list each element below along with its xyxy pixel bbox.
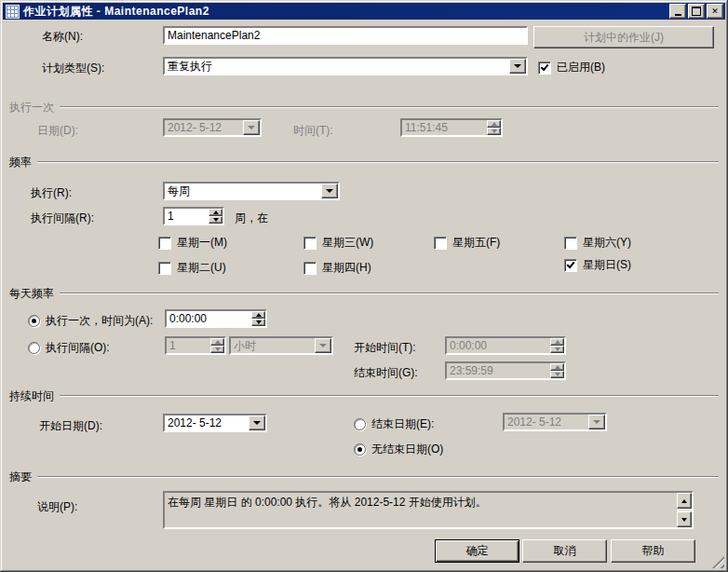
scroll-up-button[interactable] (677, 493, 692, 509)
resize-grip[interactable] (712, 556, 724, 568)
spin-down-button[interactable] (251, 319, 265, 326)
minimize-button[interactable] (669, 4, 686, 19)
group-duration: 持续时间 (9, 389, 719, 402)
close-button[interactable]: ✕ (707, 4, 723, 19)
no-end-date-radio-circle[interactable] (354, 443, 366, 456)
occurs-every-unit-value: 小时 (231, 338, 315, 353)
spin-down-button[interactable] (210, 346, 224, 353)
recurs-weeks-value: 1 (165, 209, 209, 224)
window-controls: ✕ (667, 4, 725, 19)
daily-frequency-header: 每天频率 (9, 286, 54, 302)
weekday-sunday-checkbox[interactable]: 星期日(S) (564, 257, 631, 273)
description-box[interactable]: 在每周 星期日 的 0:00:00 执行。将从 2012-5-12 开始使用计划… (163, 491, 694, 529)
weekday-wednesday-checkbox[interactable]: 星期三(W) (303, 235, 373, 251)
spin-up-button[interactable] (209, 209, 222, 216)
recurs-every-label: 执行间隔(R): (31, 211, 94, 226)
up-arrow-icon (213, 211, 219, 214)
recurs-weeks-spinner[interactable]: 1 (163, 207, 224, 225)
spin-up-button[interactable] (210, 338, 224, 346)
weekday-thursday-box[interactable] (303, 262, 317, 275)
start-date-select[interactable]: 2012- 5-12 (163, 414, 267, 432)
occurs-once-time-spinner[interactable]: 0:00:00 (165, 309, 267, 328)
weekday-monday-box[interactable] (158, 237, 171, 250)
window-title: 作业计划属性 - MaintenancePlan2 (23, 4, 209, 20)
occurs-once-time-value: 0:00:00 (167, 311, 251, 326)
help-button[interactable]: 帮助 (611, 539, 695, 563)
weekday-friday-checkbox[interactable]: 星期五(F) (434, 235, 500, 251)
weekday-friday-box[interactable] (434, 237, 447, 250)
spin-down-button[interactable] (550, 371, 564, 378)
end-date-radio-circle[interactable] (354, 418, 366, 430)
up-arrow-icon (256, 313, 262, 317)
jobs-in-schedule-button[interactable]: 计划中的作业(J) (533, 26, 714, 48)
dropdown-arrow-icon (319, 344, 327, 347)
end-date-radio[interactable]: 结束日期(E): (354, 416, 434, 432)
weekday-thursday-checkbox[interactable]: 星期四(H) (303, 260, 371, 276)
one-time-time-value: 11:51:45 (402, 120, 487, 135)
occurs-once-radio-circle[interactable] (28, 315, 40, 327)
chevron-down-icon[interactable] (243, 120, 260, 135)
occurs-every-unit-select[interactable]: 小时 (229, 336, 333, 355)
group-daily-frequency: 每天频率 (9, 287, 719, 300)
weekday-tuesday-box[interactable] (158, 262, 171, 275)
schedule-type-select[interactable]: 重复执行 (163, 57, 528, 75)
end-date-select[interactable]: 2012- 5-12 (503, 413, 607, 431)
weekday-thursday-label: 星期四(H) (322, 260, 371, 276)
name-input[interactable]: MaintenancePlan2 (163, 26, 528, 45)
recurs-every-suffix: 周，在 (235, 211, 268, 226)
up-arrow-icon (215, 340, 221, 344)
down-arrow-icon (492, 129, 497, 133)
occurs-every-radio[interactable]: 执行间隔(O): (28, 340, 110, 356)
spin-up-button[interactable] (251, 311, 265, 319)
dropdown-arrow-icon (248, 126, 255, 129)
down-arrow-icon (681, 518, 687, 522)
occurs-once-radio[interactable]: 执行一次，时间为(A): (28, 313, 153, 329)
up-arrow-icon (492, 122, 497, 126)
ok-button[interactable]: 确定 (435, 539, 519, 563)
starting-time-spinner[interactable]: 0:00:00 (445, 336, 566, 355)
occurs-every-radio-circle[interactable] (28, 342, 40, 354)
chevron-down-icon[interactable] (315, 338, 331, 353)
weekday-monday-label: 星期一(M) (177, 235, 227, 251)
occurs-every-label: 执行间隔(O): (46, 340, 110, 356)
chevron-down-icon[interactable] (509, 59, 526, 74)
occurs-every-value-spinner[interactable]: 1 (165, 336, 226, 355)
one-time-time-spinner[interactable]: 11:51:45 (400, 118, 503, 137)
spin-down-button[interactable] (209, 216, 222, 224)
chevron-down-icon[interactable] (249, 415, 265, 430)
spin-down-button[interactable] (487, 128, 501, 135)
dropdown-arrow-icon (253, 421, 261, 425)
no-end-date-radio[interactable]: 无结束日期(O) (354, 442, 443, 457)
divider (60, 395, 719, 397)
ending-time-spinner[interactable]: 23:59:59 (445, 361, 566, 380)
maximize-icon (692, 7, 701, 16)
weekday-saturday-box[interactable] (564, 237, 577, 250)
enabled-checkbox[interactable]: 已启用(B) (538, 60, 605, 75)
down-arrow-icon (555, 373, 560, 376)
weekday-wednesday-label: 星期三(W) (322, 235, 373, 251)
chevron-down-icon[interactable] (321, 184, 338, 198)
duration-header: 持续时间 (9, 388, 54, 404)
one-time-date-select[interactable]: 2012- 5-12 (163, 118, 262, 137)
spin-down-button[interactable] (550, 346, 564, 353)
weekday-monday-checkbox[interactable]: 星期一(M) (158, 235, 227, 251)
spin-up-button[interactable] (550, 338, 564, 346)
maximize-button[interactable] (688, 4, 705, 19)
description-label: 说明(P): (37, 499, 77, 515)
scroll-down-button[interactable] (677, 511, 692, 527)
chevron-down-icon[interactable] (588, 415, 605, 429)
cancel-button[interactable]: 取消 (522, 539, 607, 563)
enabled-checkbox-box[interactable] (538, 61, 551, 75)
weekday-tuesday-label: 星期二(U) (177, 260, 226, 276)
spin-up-button[interactable] (487, 120, 501, 128)
occurs-select[interactable]: 每周 (163, 182, 340, 200)
weekday-tuesday-checkbox[interactable]: 星期二(U) (158, 260, 226, 276)
down-arrow-icon (213, 218, 219, 222)
titlebar[interactable]: 作业计划属性 - MaintenancePlan2 ✕ (3, 3, 725, 20)
spin-up-button[interactable] (550, 363, 564, 371)
description-scrollbar[interactable] (677, 493, 692, 527)
frequency-header: 频率 (9, 155, 32, 170)
weekday-wednesday-box[interactable] (303, 237, 317, 250)
weekday-sunday-box[interactable] (564, 259, 577, 272)
weekday-saturday-checkbox[interactable]: 星期六(Y) (564, 235, 631, 251)
